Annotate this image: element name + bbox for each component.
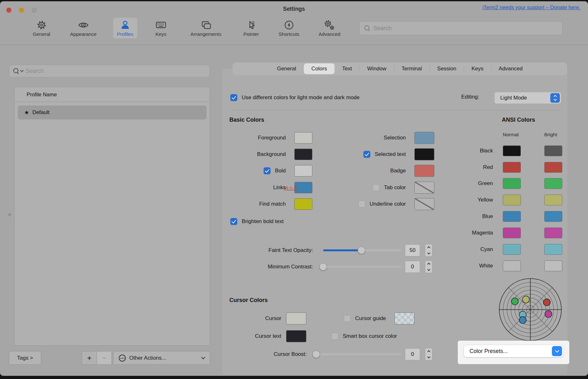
- donate-link[interactable]: iTerm2 needs your support – Donate here.: [483, 4, 580, 10]
- min-contrast-stepper[interactable]: [425, 260, 432, 273]
- foreground-color-well[interactable]: [294, 132, 312, 144]
- search-icon: [13, 68, 19, 74]
- underline-color-checkbox[interactable]: [358, 201, 365, 208]
- ansi-bright-well[interactable]: [544, 244, 562, 255]
- toolbar-item-arrangements[interactable]: Arrangements: [187, 18, 225, 38]
- slider-thumb[interactable]: [312, 350, 320, 358]
- section-divider: [233, 110, 562, 110]
- toolbar-search-input[interactable]: Search: [359, 21, 563, 35]
- cursor-boost-stepper[interactable]: [425, 348, 432, 361]
- selected-text-color-well[interactable]: [414, 148, 434, 160]
- ansi-normal-well[interactable]: [503, 228, 521, 238]
- toolbar-label: Profiles: [117, 31, 133, 37]
- profile-list-header: Profile Name: [15, 87, 210, 102]
- tab-keys[interactable]: Keys: [464, 62, 491, 75]
- cursor-guide-checkbox[interactable]: [344, 315, 351, 322]
- selection-color-well[interactable]: [414, 132, 434, 144]
- remove-profile-button[interactable]: −: [97, 351, 112, 364]
- toolbar-item-pointer[interactable]: Pointer: [240, 18, 263, 38]
- bold-color-well[interactable]: [294, 165, 312, 177]
- slider-thumb[interactable]: [319, 263, 327, 271]
- ansi-normal-well[interactable]: [503, 260, 521, 271]
- slider-thumb[interactable]: [358, 247, 365, 254]
- chevron-down-icon: [20, 68, 23, 72]
- ansi-normal-well[interactable]: [503, 244, 521, 255]
- faint-opacity-label: Faint Text Opacity:: [229, 247, 313, 254]
- toolbar-label: General: [33, 31, 50, 37]
- background-color-well[interactable]: [294, 149, 312, 160]
- smart-box-checkbox[interactable]: [331, 333, 338, 340]
- wheel-dot-magenta: [545, 311, 552, 318]
- foreground-label: Foreground: [258, 135, 286, 141]
- ansi-bright-well[interactable]: [544, 260, 562, 271]
- cursor-guide-label: Cursor guide: [355, 315, 386, 322]
- ansi-bright-well[interactable]: [544, 228, 562, 238]
- toolbar-item-keys[interactable]: Keys: [151, 18, 171, 38]
- cursor-color-well[interactable]: [286, 312, 306, 324]
- color-presets-popup[interactable]: Color Presets...: [463, 345, 564, 357]
- chevron-down-icon: [201, 355, 205, 359]
- toolbar-item-appearance[interactable]: Appearance: [66, 18, 100, 38]
- ansi-row-yellow: Yellow: [456, 194, 562, 206]
- cursor-text-color-well[interactable]: [286, 330, 306, 342]
- cursor-boost-slider[interactable]: [316, 353, 401, 355]
- window-edge-dot: [8, 213, 11, 216]
- tab-window[interactable]: Window: [360, 62, 394, 75]
- min-contrast-slider[interactable]: [323, 266, 401, 268]
- tab-text[interactable]: Text: [335, 62, 360, 75]
- min-contrast-value[interactable]: 0: [405, 261, 420, 273]
- tab-colors[interactable]: Colors: [304, 63, 335, 74]
- tab-session[interactable]: Session: [430, 62, 464, 75]
- profile-row-default[interactable]: ★ Default: [18, 106, 207, 119]
- ansi-name: Black: [456, 148, 493, 154]
- ansi-bright-well[interactable]: [544, 145, 562, 156]
- toolbar-item-advanced[interactable]: Advanced: [315, 18, 344, 38]
- use-different-colors-checkbox[interactable]: [230, 94, 237, 101]
- ansi-normal-well[interactable]: [503, 162, 521, 173]
- ansi-normal-well[interactable]: [503, 145, 521, 156]
- cursor-boost-value[interactable]: 0: [405, 348, 420, 360]
- toolbar-item-profiles[interactable]: Profiles: [113, 18, 137, 38]
- badge-label: Badge: [390, 168, 406, 174]
- profile-tabbar: General Colors Text Window Terminal Sess…: [233, 62, 567, 75]
- ansi-bright-well[interactable]: [544, 162, 562, 173]
- ansi-normal-well[interactable]: [503, 195, 521, 205]
- tab-general[interactable]: General: [269, 62, 304, 75]
- color-wheel[interactable]: [499, 278, 562, 341]
- tab-terminal[interactable]: Terminal: [394, 62, 430, 75]
- editing-mode-popup[interactable]: Light Mode: [494, 92, 561, 104]
- cursor-colors-title: Cursor Colors: [229, 297, 268, 304]
- ansi-bright-well[interactable]: [544, 178, 562, 189]
- ansi-bright-well[interactable]: [544, 195, 562, 205]
- other-actions-button[interactable]: Other Actions...: [113, 351, 210, 365]
- add-profile-button[interactable]: +: [82, 351, 97, 364]
- use-different-colors-row: Use different colors for light mode and …: [230, 91, 360, 104]
- selected-text-label: Selected text: [375, 151, 406, 157]
- faint-opacity-value[interactable]: 50: [405, 244, 420, 256]
- find-match-color-well[interactable]: [294, 198, 312, 210]
- toolbar-item-shortcuts[interactable]: Shortcuts: [275, 18, 303, 38]
- wheel-dot-green: [511, 298, 518, 305]
- ansi-bright-well[interactable]: [544, 211, 562, 222]
- ansi-name: Green: [456, 180, 493, 187]
- smart-box-row: Smart box cursor color: [331, 330, 397, 343]
- faint-opacity-stepper[interactable]: [425, 244, 432, 257]
- faint-opacity-row: Faint Text Opacity: 50: [229, 244, 432, 257]
- faint-opacity-slider[interactable]: [323, 249, 401, 251]
- ansi-normal-well[interactable]: [503, 178, 521, 189]
- toolbar-item-general[interactable]: General: [29, 18, 54, 38]
- bold-checkbox[interactable]: [264, 167, 271, 174]
- underline-color-well[interactable]: [414, 198, 434, 210]
- tab-advanced[interactable]: Advanced: [491, 62, 530, 75]
- tags-button[interactable]: Tags >: [9, 351, 41, 365]
- tab-color-checkbox[interactable]: [373, 184, 380, 191]
- brighten-bold-checkbox[interactable]: [230, 218, 237, 225]
- smart-box-label: Smart box cursor color: [343, 333, 397, 339]
- badge-color-well[interactable]: [414, 165, 434, 177]
- ansi-normal-well[interactable]: [503, 211, 521, 222]
- tab-color-well[interactable]: [414, 182, 434, 194]
- cursor-guide-color-well[interactable]: [394, 312, 414, 324]
- bold-label: Bold: [275, 168, 286, 174]
- profile-search-input[interactable]: Search: [9, 65, 210, 77]
- selected-text-checkbox[interactable]: [363, 151, 370, 158]
